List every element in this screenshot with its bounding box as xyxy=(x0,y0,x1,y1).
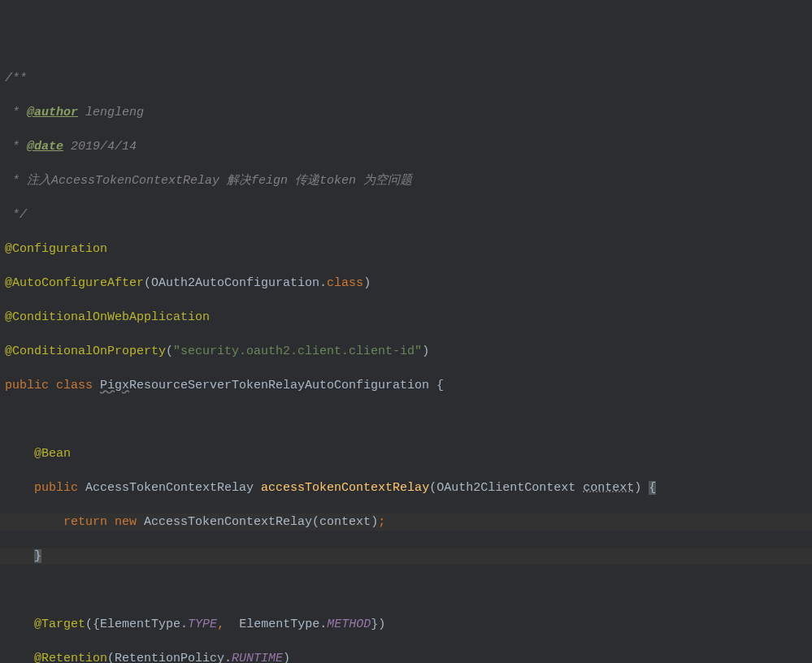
code-line: } xyxy=(0,548,812,565)
code-line: @Bean xyxy=(0,445,812,462)
annotation: @Retention xyxy=(34,652,107,663)
code-line: return new AccessTokenContextRelay(conte… xyxy=(0,514,812,531)
code-line xyxy=(0,582,812,599)
annotation: @Configuration xyxy=(5,242,107,256)
code-line: public AccessTokenContextRelay accessTok… xyxy=(0,479,812,496)
code-line: /** xyxy=(0,70,812,87)
code-editor[interactable]: /** * @author lengleng * @date 2019/4/14… xyxy=(0,53,812,663)
code-line: * @date 2019/4/14 xyxy=(0,138,812,155)
javadoc-date-tag: @date xyxy=(27,140,63,154)
javadoc-open: /** xyxy=(5,72,27,85)
code-line: public class PigxResourceServerTokenRela… xyxy=(0,377,812,394)
code-line: @ConditionalOnWebApplication xyxy=(0,309,812,326)
method-decl: accessTokenContextRelay xyxy=(261,481,429,495)
annotation: @Bean xyxy=(34,447,71,461)
annotation: @ConditionalOnProperty xyxy=(5,344,166,358)
code-line: @ConditionalOnProperty("security.oauth2.… xyxy=(0,343,812,360)
code-line xyxy=(0,411,812,428)
code-line: */ xyxy=(0,206,812,223)
code-line: * @author lengleng xyxy=(0,104,812,121)
javadoc-author-tag: @author xyxy=(27,106,78,119)
annotation: @AutoConfigureAfter xyxy=(5,276,144,290)
annotation: @ConditionalOnWebApplication xyxy=(5,310,210,324)
code-line: @Configuration xyxy=(0,240,812,258)
string-literal: "security.oauth2.client.client-id" xyxy=(173,344,422,358)
code-line: @Target({ElementType.TYPE, ElementType.M… xyxy=(0,616,812,633)
code-line: * 注入AccessTokenContextRelay 解决feign 传递to… xyxy=(0,172,812,189)
code-line: @Retention(RetentionPolicy.RUNTIME) xyxy=(0,650,812,663)
parameter: context xyxy=(583,481,634,495)
code-line: @AutoConfigureAfter(OAuth2AutoConfigurat… xyxy=(0,275,812,292)
class-decl: Pigx xyxy=(100,379,129,392)
annotation: @Target xyxy=(34,618,85,631)
